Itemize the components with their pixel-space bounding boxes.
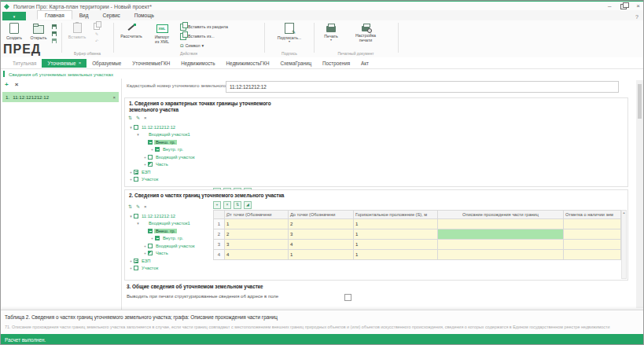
tree-checkbox-lines[interactable] [134, 259, 138, 263]
tree-item-11:12:121212:12[interactable]: ▾11:12:121212:12 [127, 123, 212, 131]
tree-item-Внеш. гр.[interactable]: Внеш. гр. [127, 227, 212, 235]
table-cell[interactable] [438, 229, 564, 240]
row-number-cell[interactable]: 4 [214, 250, 225, 260]
tree-item-11:12:121212:12[interactable]: ▾11:12:121212:12 [127, 212, 212, 220]
expand-open-icon[interactable]: ▾ [128, 125, 134, 130]
ribbon-tab-Сервис[interactable]: Сервис [96, 11, 127, 19]
tree-item-Входящий участок[interactable]: +Входящий участок [127, 153, 212, 161]
tree-checkbox-empty[interactable] [134, 125, 138, 130]
table-cell[interactable]: 1 [354, 229, 438, 240]
column-header[interactable]: ◢От точки (Обозначени [225, 211, 289, 219]
cadastral-number-input[interactable]: 11:12:121212:12 [226, 81, 619, 93]
undo-button[interactable]: ↶ [94, 38, 100, 43]
scroll-up-icon[interactable]: ▲ [622, 211, 626, 215]
expand-plus-icon[interactable]: + [128, 259, 134, 263]
tree-checkbox-filled[interactable] [148, 140, 153, 145]
symbol-button[interactable]: Ω Символ ▾ [180, 42, 204, 50]
row-number-cell[interactable]: 2 [214, 229, 225, 240]
table-cell[interactable]: 2 [225, 229, 289, 240]
add-parcel-button[interactable]: + [5, 82, 9, 88]
table-cell[interactable]: 4 [289, 240, 354, 250]
doc-tab-НедвижимостьГКН[interactable]: НедвижимостьГКН [221, 59, 275, 68]
tree-checkbox-empty[interactable] [134, 177, 138, 182]
tree-item-ЕЗП[interactable]: +ЕЗП [127, 168, 212, 176]
column-header[interactable]: Горизонтальное проложение (S), м [354, 211, 438, 219]
table-cell[interactable]: 3 [225, 240, 289, 250]
tree-checkbox-half[interactable] [148, 162, 153, 167]
table-cell[interactable] [564, 250, 621, 260]
expand-plus-icon[interactable]: + [142, 162, 148, 167]
ribbon-tab-Вид[interactable]: Вид [72, 11, 96, 19]
tree-checkbox-filled[interactable] [155, 147, 160, 152]
doc-tab-Уточняемые[interactable]: Уточняемые× [42, 59, 86, 68]
expand-plus-icon[interactable]: + [128, 266, 134, 270]
table2-scrollbar[interactable]: ▲ [621, 210, 627, 279]
doc-tab-СхемаГраниц[interactable]: СхемаГраниц [274, 59, 317, 68]
print-setup-button[interactable]: Настройка печати [349, 23, 382, 50]
expand-open-icon[interactable]: ▾ [135, 132, 141, 137]
doc-tab-Построения[interactable]: Построения [317, 59, 355, 68]
table-cell[interactable] [438, 250, 564, 260]
tree-item-Участок[interactable]: +Участок [127, 265, 212, 273]
calculate-button[interactable]: Рассчитать [117, 23, 145, 50]
tree-checkbox-empty[interactable] [148, 244, 153, 248]
minimize-button[interactable]: – [608, 2, 611, 10]
table-cell[interactable] [564, 240, 621, 250]
tree-sort-icon[interactable]: ⇅ [128, 116, 132, 121]
table-cell[interactable] [564, 219, 621, 229]
sign-button[interactable]: Подписать... ▾ [275, 23, 304, 50]
column-header[interactable]: Описание прохождения части границ [438, 211, 564, 219]
expand-plus-icon[interactable]: + [142, 244, 148, 248]
move-row-icon[interactable]: ⇅ [234, 201, 241, 209]
column-header[interactable]: До точки (Обозначени [289, 211, 354, 219]
add-row-icon[interactable]: + [213, 201, 221, 209]
remove-parcel-icon[interactable]: × [112, 95, 116, 100]
expand-plus-icon[interactable]: + [149, 236, 155, 240]
tree-item-Входящий участок1[interactable]: ▾Входящий участок1 [127, 131, 212, 139]
tree-delete-icon[interactable]: × [144, 204, 147, 210]
table-cell[interactable] [438, 219, 564, 229]
table-cell[interactable] [438, 240, 564, 250]
tree-sort-icon[interactable]: ⇅ [128, 204, 132, 210]
print-button[interactable]: Печать ▾ [319, 23, 343, 50]
main-scrollbar[interactable] [636, 80, 643, 308]
doc-tab-УточняемыеГКН[interactable]: УточняемыеГКН [127, 59, 175, 68]
help-button[interactable]: ? [635, 14, 638, 20]
tree-item-Внеш. гр.[interactable]: Внеш. гр. [127, 138, 212, 146]
save-button[interactable] [51, 24, 57, 29]
expand-plus-icon[interactable]: + [128, 170, 134, 174]
parcel-list-item[interactable]: 1.11:12:121212:12× [2, 92, 119, 102]
tree-item-Участок[interactable]: +Участок [127, 176, 212, 184]
table-cell[interactable]: 4 [225, 250, 289, 260]
column-header[interactable]: Отметка о наличии зем [564, 211, 621, 219]
main-scroll-thumb[interactable] [638, 84, 642, 119]
tree-item-ЕЗП[interactable]: +ЕЗП [127, 257, 212, 265]
tree-edit-icon[interactable]: ✎ [136, 116, 140, 121]
tree-item-Часть[interactable]: +Часть [127, 161, 212, 169]
table-cell[interactable]: 1 [354, 240, 438, 250]
doc-tab-Титульная[interactable]: Титульная [7, 59, 42, 68]
tree-item-Часть[interactable]: +Часть [127, 250, 212, 258]
expand-open-icon[interactable]: ▾ [135, 221, 141, 226]
expand-plus-icon[interactable]: + [128, 177, 134, 182]
doc-tab-Акт[interactable]: Акт [355, 59, 374, 68]
tree-delete-icon[interactable]: × [144, 116, 147, 121]
close-project-button[interactable] [51, 38, 57, 43]
format-painter-button[interactable]: ✎ [94, 31, 100, 36]
paste-from-button[interactable]: Вставить из... [180, 32, 215, 40]
expand-plus-icon[interactable]: + [149, 147, 155, 152]
tree-checkbox-empty[interactable] [134, 214, 138, 218]
tree-checkbox-empty[interactable] [148, 155, 153, 160]
tree-item-Внутр. гр.[interactable]: +Внутр. гр. [127, 146, 212, 154]
tree-item-Внутр. гр.[interactable]: +Внутр. гр. [127, 235, 212, 243]
delete-row-icon[interactable]: × [223, 201, 231, 209]
tree-checkbox-lines[interactable] [134, 170, 138, 174]
app-menu-button[interactable]: ▾ [2, 12, 26, 20]
save-all-button[interactable] [51, 31, 57, 36]
paste-button[interactable]: Вставить [64, 23, 90, 50]
table-cell[interactable]: 1 [225, 219, 289, 229]
ribbon-tab-Главная[interactable]: Главная [37, 10, 72, 20]
close-button[interactable]: × [636, 2, 640, 10]
expand-open-icon[interactable]: ▾ [128, 214, 134, 218]
table-cell[interactable]: 1 [289, 250, 354, 260]
